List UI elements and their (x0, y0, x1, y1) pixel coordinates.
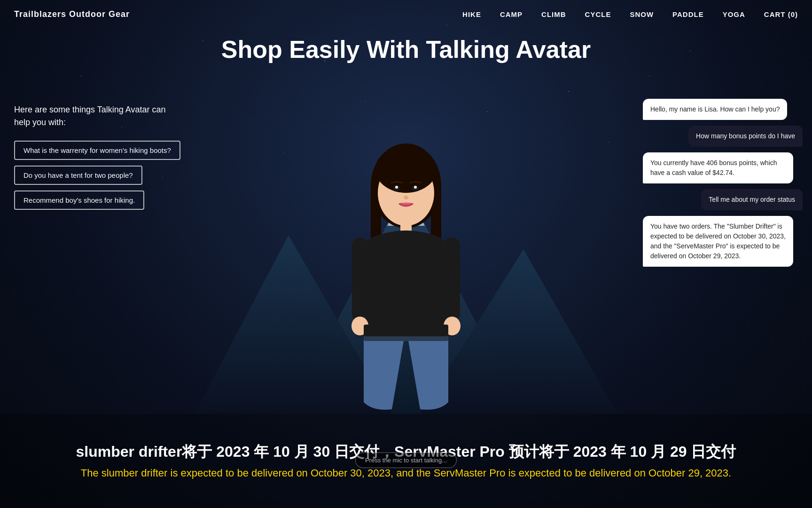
suggestion-tent[interactable]: Do you have a tent for two people? (14, 166, 142, 185)
avatar-container (331, 139, 481, 421)
brand-logo: Trailblazers Outdoor Gear (14, 9, 130, 19)
suggestion-warranty[interactable]: What is the warrenty for women's hiking … (14, 141, 180, 160)
left-description: Here are some things Talking Avatar can … (14, 103, 183, 129)
svg-rect-18 (444, 238, 460, 322)
svg-point-15 (404, 196, 408, 199)
chat-message-user2: Tell me about my order status (701, 189, 803, 210)
svg-rect-22 (364, 325, 448, 336)
nav-hike[interactable]: HIKE (462, 10, 481, 18)
subtitle-english: The slumber drifter is expected to be de… (81, 466, 731, 481)
svg-point-13 (395, 186, 398, 189)
nav-snow[interactable]: SNOW (630, 10, 654, 18)
nav-cycle[interactable]: CYCLE (585, 10, 611, 18)
chat-message-bot1: Hello, my name is Lisa. How can I help y… (643, 99, 787, 120)
nav-climb[interactable]: CLIMB (541, 10, 566, 18)
svg-point-10 (380, 146, 432, 179)
svg-rect-17 (352, 238, 368, 322)
chat-message-user1: How many bonus points do I have (688, 126, 803, 147)
navigation: Trailblazers Outdoor Gear HIKE CAMP CLIM… (0, 0, 812, 28)
page-title: Shop Easily With Talking Avatar (0, 35, 812, 64)
nav-camp[interactable]: CAMP (500, 10, 523, 18)
chat-message-bot3: You have two orders. The "Slumber Drifte… (643, 216, 793, 267)
nav-links: HIKE CAMP CLIMB CYCLE SNOW PADDLE YOGA C… (462, 10, 798, 18)
mic-button[interactable]: Press the mic to start talking... (355, 452, 457, 468)
nav-paddle[interactable]: PADDLE (672, 10, 704, 18)
chat-message-bot2: You currently have 406 bonus points, whi… (643, 152, 793, 183)
svg-point-14 (414, 186, 417, 189)
nav-yoga[interactable]: YOGA (723, 10, 745, 18)
suggestion-shoes[interactable]: Recommend boy's shoes for hiking. (14, 190, 144, 210)
nav-cart[interactable]: CART (0) (764, 10, 798, 18)
left-panel: Here are some things Talking Avatar can … (0, 94, 197, 225)
chat-panel: Hello, my name is Lisa. How can I help y… (633, 94, 812, 271)
